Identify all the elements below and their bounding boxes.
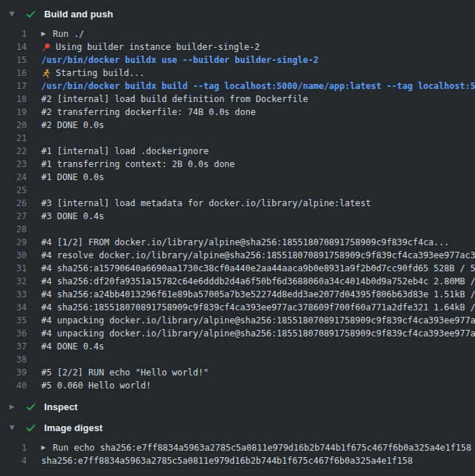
- log-text: #1 DONE 0.0s: [41, 171, 104, 184]
- line-number[interactable]: 36: [0, 327, 27, 340]
- log-content: #4 sha256:185518070891758909c9f839cf4ca3…: [41, 301, 475, 314]
- log-line: 19#2 transferring dockerfile: 74B 0.0s d…: [0, 106, 475, 119]
- line-number[interactable]: 22: [0, 145, 27, 158]
- line-number[interactable]: 17: [0, 80, 27, 93]
- log-line: 28: [0, 223, 475, 236]
- line-number[interactable]: 21: [0, 132, 27, 145]
- log-line: 35#4 unpacking docker.io/library/alpine@…: [0, 314, 475, 327]
- line-number[interactable]: 16: [0, 67, 27, 80]
- line-number[interactable]: 20: [0, 119, 27, 132]
- log-content: Starting build...: [41, 67, 145, 80]
- line-number[interactable]: 32: [0, 275, 27, 288]
- line-number[interactable]: 39: [0, 366, 27, 379]
- section-title: Image digest: [44, 422, 103, 433]
- log-text: #3 [internal] load metadata for docker.i…: [41, 197, 371, 210]
- log-line: 30#4 resolve docker.io/library/alpine@sh…: [0, 249, 475, 262]
- log-text: #2 transferring dockerfile: 74B 0.0s don…: [41, 106, 256, 119]
- log-text: #1 [internal] load .dockerignore: [41, 145, 209, 158]
- line-number[interactable]: 30: [0, 249, 27, 262]
- log-line: 1▶Run ./: [0, 27, 475, 41]
- log-content: #4 sha256:a24bb4013296f61e89ba57005a7b3e…: [41, 288, 475, 301]
- line-number[interactable]: 15: [0, 54, 27, 67]
- chevron-down-icon[interactable]: ▼: [9, 425, 25, 431]
- log-line: 18#2 [internal] load build definition fr…: [0, 93, 475, 106]
- log-content: #4 resolve docker.io/library/alpine@sha2…: [41, 249, 475, 262]
- log-line: 37#4 DONE 0.4s: [0, 340, 475, 353]
- log-text: #5 [2/2] RUN echo "Hello world!": [41, 366, 209, 379]
- check-icon: [25, 422, 44, 433]
- check-icon: [25, 9, 44, 20]
- expand-group-icon[interactable]: ▶: [41, 441, 53, 454]
- section-header-build-and-push[interactable]: ▼Build and push: [0, 4, 475, 25]
- log-text: Starting build...: [56, 67, 145, 80]
- section-title: Inspect: [44, 401, 77, 412]
- log-line: 33#4 sha256:a24bb4013296f61e89ba57005a7b…: [0, 288, 475, 301]
- line-number[interactable]: 18: [0, 93, 27, 106]
- log-lines-build-and-push: 1▶Run ./14Using builder instance builder…: [0, 27, 475, 392]
- line-number[interactable]: 4: [0, 454, 27, 467]
- log-viewer: ▼Build and push1▶Run ./14Using builder i…: [0, 0, 475, 476]
- log-content: #3 [internal] load metadata for docker.i…: [41, 197, 371, 210]
- line-number[interactable]: 29: [0, 236, 27, 249]
- line-number[interactable]: 23: [0, 158, 27, 171]
- line-number[interactable]: 34: [0, 301, 27, 314]
- log-line: 16Starting build...: [0, 67, 475, 80]
- log-text: #4 unpacking docker.io/library/alpine@sh…: [41, 314, 475, 327]
- log-text: /usr/bin/docker buildx build --tag local…: [41, 80, 475, 93]
- log-text: #4 sha256:df20fa9351a15782c64e6dddb2d4a6…: [41, 275, 475, 288]
- line-number[interactable]: 33: [0, 288, 27, 301]
- log-text: sha256:e7ff8834a5963a2785c5a0811e979d16b…: [41, 454, 413, 467]
- log-line: 38: [0, 353, 475, 366]
- log-line: 21: [0, 132, 475, 145]
- line-number[interactable]: 27: [0, 210, 27, 223]
- line-number[interactable]: 31: [0, 262, 27, 275]
- chevron-right-icon[interactable]: ▶: [9, 404, 25, 410]
- log-line: 34#4 sha256:185518070891758909c9f839cf4c…: [0, 301, 475, 314]
- log-line: 31#4 sha256:a15790640a6690aa1730c38cf0a4…: [0, 262, 475, 275]
- log-text: /usr/bin/docker buildx use --builder bui…: [41, 54, 319, 67]
- line-number[interactable]: 1: [0, 27, 27, 41]
- log-text: Using builder instance builder-single-2: [56, 41, 260, 54]
- log-line: 39#5 [2/2] RUN echo "Hello world!": [0, 366, 475, 379]
- line-number[interactable]: 1: [0, 441, 27, 454]
- line-number[interactable]: 28: [0, 223, 27, 236]
- line-number[interactable]: 40: [0, 379, 27, 392]
- log-line: 36#4 unpacking docker.io/library/alpine@…: [0, 327, 475, 340]
- log-text: #2 DONE 0.0s: [41, 119, 104, 132]
- log-content: #4 sha256:a15790640a6690aa1730c38cf0a440…: [41, 262, 475, 275]
- log-text: #5 0.060 Hello world!: [41, 379, 151, 392]
- log-content: #4 DONE 0.4s: [41, 340, 104, 353]
- runner-icon: [41, 69, 56, 78]
- log-text: #1 transferring context: 2B 0.0s done: [41, 158, 235, 171]
- line-number[interactable]: 14: [0, 41, 27, 54]
- line-number[interactable]: 35: [0, 314, 27, 327]
- expand-group-icon[interactable]: ▶: [41, 27, 53, 41]
- log-text: #4 resolve docker.io/library/alpine@sha2…: [41, 249, 475, 262]
- line-number[interactable]: 38: [0, 353, 27, 366]
- section-header-image-digest[interactable]: ▼Image digest: [0, 417, 475, 438]
- log-content: #2 transferring dockerfile: 74B 0.0s don…: [41, 106, 256, 119]
- log-content: #4 unpacking docker.io/library/alpine@sh…: [41, 327, 475, 340]
- chevron-down-icon[interactable]: ▼: [9, 11, 25, 17]
- log-text: #3 DONE 0.4s: [41, 210, 104, 223]
- log-content: Using builder instance builder-single-2: [41, 41, 260, 54]
- line-number[interactable]: 37: [0, 340, 27, 353]
- line-number[interactable]: 19: [0, 106, 27, 119]
- log-content: #1 transferring context: 2B 0.0s done: [41, 158, 235, 171]
- line-number[interactable]: 24: [0, 171, 27, 184]
- log-content: #1 DONE 0.0s: [41, 171, 104, 184]
- pushpin-icon: [41, 43, 56, 52]
- log-line: 4sha256:e7ff8834a5963a2785c5a0811e979d16…: [0, 454, 475, 467]
- log-text: Run ./: [53, 27, 84, 41]
- section-header-inspect[interactable]: ▶Inspect: [0, 396, 475, 417]
- log-content: #2 DONE 0.0s: [41, 119, 104, 132]
- log-line: 26#3 [internal] load metadata for docker…: [0, 197, 475, 210]
- log-content: /usr/bin/docker buildx use --builder bui…: [41, 54, 319, 67]
- log-line: 23#1 transferring context: 2B 0.0s done: [0, 158, 475, 171]
- log-text: #2 [internal] load build definition from…: [41, 93, 308, 106]
- line-number[interactable]: 26: [0, 197, 27, 210]
- log-text: #4 sha256:185518070891758909c9f839cf4ca3…: [41, 301, 475, 314]
- log-line: 27#3 DONE 0.4s: [0, 210, 475, 223]
- section-title: Build and push: [44, 9, 113, 20]
- line-number[interactable]: 25: [0, 184, 27, 197]
